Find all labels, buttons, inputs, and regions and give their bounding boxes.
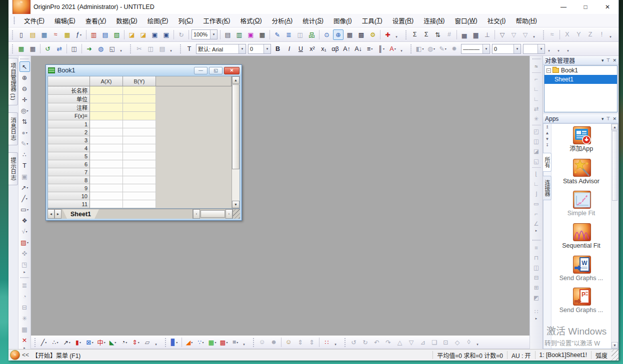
grid-style-button[interactable]: ∠ bbox=[532, 219, 542, 228]
dock-tab[interactable]: 提示日志 bbox=[8, 152, 18, 185]
row-header[interactable]: 11 bbox=[48, 200, 90, 208]
toolbar-drag-handle[interactable] bbox=[252, 338, 254, 347]
dropdown-arrow-icon[interactable]: ▾ bbox=[27, 208, 28, 211]
vertical-scroll-thumb[interactable] bbox=[232, 84, 240, 169]
zoom-in-tool[interactable]: ⊕ bbox=[20, 72, 30, 83]
arrow-tool[interactable]: ↗▾ bbox=[20, 182, 30, 193]
toolbar-overflow-button[interactable]: ▾ bbox=[531, 29, 537, 40]
cell[interactable] bbox=[123, 200, 156, 208]
new-layer-button[interactable]: ◰ bbox=[532, 126, 542, 136]
dropdown-arrow-icon[interactable]: ▾ bbox=[114, 341, 116, 344]
font-color-button[interactable]: A▾ bbox=[388, 43, 398, 54]
chevron-down-icon[interactable]: ▾ bbox=[238, 44, 246, 53]
book1-title-bar[interactable]: Book1 — ◱ ✕ bbox=[46, 65, 242, 76]
chevron-down-icon[interactable]: ▾ bbox=[538, 44, 544, 53]
italic-button[interactable]: I bbox=[284, 43, 294, 54]
scroll-up-icon[interactable]: ▲ bbox=[232, 76, 240, 84]
window-resize-grip[interactable] bbox=[232, 209, 240, 219]
toolbar-overflow-button[interactable]: ▾ bbox=[332, 337, 338, 348]
menu-分析[interactable]: 分析(A) bbox=[267, 14, 298, 27]
row-header[interactable]: 长名称 bbox=[48, 86, 90, 95]
column-header-A(X)[interactable]: A(X) bbox=[90, 76, 123, 86]
rotate-3d-tool[interactable]: ◳ bbox=[20, 259, 30, 270]
font-size-combo[interactable]: 0▾ bbox=[248, 44, 271, 54]
dropdown-arrow-icon[interactable]: ▾ bbox=[176, 341, 178, 344]
draw-data-tool[interactable]: ✎▾ bbox=[20, 138, 30, 149]
decrease-spacing-button[interactable]: ⇕ bbox=[306, 337, 317, 348]
decrease-font-button[interactable]: A↓ bbox=[353, 43, 364, 54]
column-width-button[interactable]: ║▾ bbox=[376, 43, 386, 54]
pattern-button[interactable]: ◍▾ bbox=[426, 43, 436, 54]
row-statistics-button[interactable]: Σ bbox=[421, 29, 432, 40]
clone-import-button[interactable]: ◱ bbox=[107, 43, 118, 54]
column-statistics-button[interactable]: Σ bbox=[410, 29, 420, 40]
cell[interactable] bbox=[123, 192, 156, 200]
menu-编辑[interactable]: 编辑(E) bbox=[50, 14, 80, 27]
dropdown-arrow-icon[interactable]: ▾ bbox=[138, 341, 140, 344]
line-style-combo[interactable]: ———▾ bbox=[461, 44, 490, 54]
dock-tab[interactable]: 项目管理器 (1) bbox=[8, 58, 18, 105]
toolbar-overflow-button[interactable]: ▾ bbox=[546, 43, 552, 54]
close-panel-icon[interactable]: ✕ bbox=[612, 116, 616, 121]
cell[interactable] bbox=[123, 86, 156, 95]
add-column-button[interactable]: ✚ bbox=[382, 29, 393, 40]
cut-button[interactable]: ✂ bbox=[134, 43, 144, 54]
book1-window[interactable]: Book1 — ◱ ✕ A(X)B(Y)长名称单位注释F(x)=12345678… bbox=[46, 64, 242, 221]
scroll-right-icon[interactable]: › bbox=[226, 209, 232, 219]
merge-graphs-button[interactable]: ≈ bbox=[532, 61, 542, 71]
dropdown-arrow-icon[interactable]: ▾ bbox=[92, 341, 94, 344]
worksheet-grid[interactable]: A(X)B(Y)长名称单位注释F(x)=1234567891011 bbox=[48, 76, 232, 208]
rotate-cw-button[interactable]: ↻ bbox=[360, 337, 370, 348]
origin-start-button[interactable]: ≈ bbox=[10, 350, 20, 360]
dropdown-arrow-icon[interactable]: ▾ bbox=[434, 47, 435, 50]
toolbar-drag-handle[interactable] bbox=[20, 58, 29, 60]
border-color-combo[interactable]: ▾ bbox=[523, 44, 545, 54]
import-ascii-button[interactable]: ▦ bbox=[28, 43, 38, 54]
rectangle-tool[interactable]: ▭▾ bbox=[20, 204, 30, 215]
cell[interactable] bbox=[90, 200, 123, 208]
toolbar-overflow-button[interactable]: ▾ bbox=[153, 337, 159, 348]
toolbar-overflow-button[interactable]: ▾ bbox=[241, 337, 247, 348]
insert-graph-tool[interactable]: ▨▾ bbox=[20, 237, 30, 248]
worksheet-properties-button[interactable]: ▩ bbox=[356, 29, 366, 40]
dropdown-arrow-icon[interactable]: ▾ bbox=[394, 47, 396, 50]
data-highlighter-tool[interactable]: ∴ bbox=[20, 149, 30, 160]
dropdown-arrow-icon[interactable]: ▾ bbox=[191, 341, 192, 344]
perspective-button[interactable]: ◊ bbox=[464, 337, 474, 348]
glow-button[interactable]: ✹ bbox=[449, 43, 460, 54]
greek-button[interactable]: αβ bbox=[330, 43, 340, 54]
dropdown-arrow-icon[interactable]: ▾ bbox=[26, 197, 28, 200]
sheet-tab[interactable]: Sheet1 bbox=[62, 209, 99, 219]
mask-points-button[interactable]: ☺ bbox=[257, 337, 268, 348]
cell[interactable] bbox=[123, 95, 156, 103]
cell[interactable] bbox=[90, 184, 123, 192]
cell[interactable] bbox=[123, 128, 156, 136]
save-project-button[interactable]: ▣ bbox=[150, 29, 160, 40]
menu-文件[interactable]: 文件(F) bbox=[19, 14, 50, 27]
tree-expander-icon[interactable]: − bbox=[546, 68, 551, 73]
cell[interactable] bbox=[90, 152, 123, 160]
object-edit-tool[interactable]: ▣ bbox=[20, 171, 30, 182]
scroll-up-icon[interactable]: ▲ bbox=[546, 131, 550, 137]
scroll-down-icon[interactable]: ▼ bbox=[546, 137, 550, 143]
app-item-stats-advisor[interactable]: Stats Advisor bbox=[552, 159, 611, 186]
new-matrix-button[interactable]: ▦ bbox=[62, 29, 72, 40]
cell[interactable] bbox=[90, 128, 123, 136]
cell[interactable] bbox=[123, 184, 156, 192]
menu-连接[interactable]: 连接(N) bbox=[418, 14, 450, 27]
web-connector-button[interactable]: ◍ bbox=[96, 43, 106, 54]
line-tool[interactable]: ╱▾ bbox=[20, 193, 30, 204]
superscript-button[interactable]: x² bbox=[307, 43, 318, 54]
fill-color-button[interactable]: ◧▾ bbox=[414, 43, 425, 54]
subscript-button[interactable]: x₁ bbox=[318, 43, 329, 54]
toolbar-drag-handle[interactable] bbox=[20, 277, 29, 279]
column-plot-button[interactable]: ▮▾ bbox=[73, 337, 84, 348]
shrink-button[interactable]: ⊡ bbox=[440, 337, 451, 348]
book1-minimize-button[interactable]: — bbox=[194, 67, 208, 74]
scroll-down-icon[interactable]: ▼ bbox=[612, 342, 618, 349]
stretch-button[interactable]: ❏ bbox=[429, 337, 440, 348]
row-header[interactable]: 5 bbox=[48, 152, 90, 160]
extract-layers-button[interactable]: ◱ bbox=[532, 156, 542, 166]
menu-窗口[interactable]: 窗口(W) bbox=[450, 14, 482, 27]
new-workbook-button[interactable]: ▦ bbox=[39, 29, 50, 40]
